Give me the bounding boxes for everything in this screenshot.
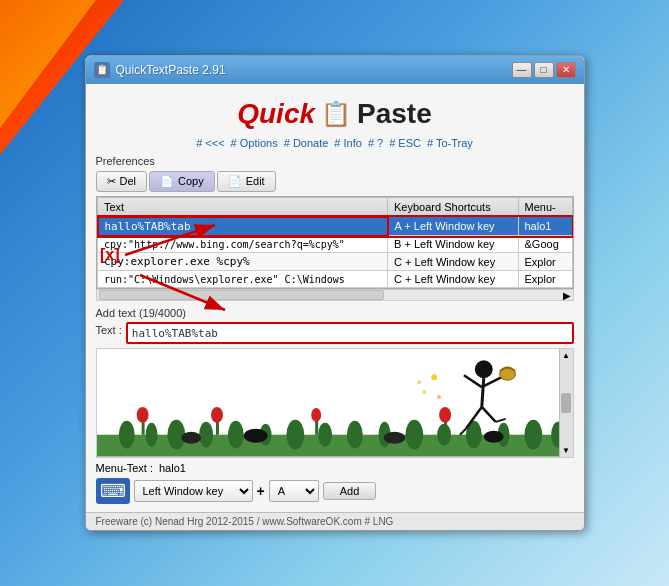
- edit-icon: 📄: [228, 175, 242, 188]
- vertical-scrollbar[interactable]: ▲ ▼: [559, 349, 573, 457]
- row-text: hallo%TAB%tab: [98, 217, 388, 236]
- col-header-text: Text: [98, 197, 388, 217]
- svg-point-28: [483, 431, 503, 443]
- maximize-button[interactable]: □: [534, 62, 554, 78]
- key-dropdown[interactable]: A B C D: [269, 480, 319, 502]
- menu-text-label: Menu-Text :: [96, 462, 153, 474]
- svg-line-30: [481, 378, 483, 407]
- edit-button[interactable]: 📄 Edit: [217, 171, 276, 192]
- svg-point-9: [346, 421, 362, 449]
- svg-point-18: [136, 407, 148, 423]
- svg-line-31: [463, 375, 481, 387]
- menu-text-value: halo1: [159, 462, 186, 474]
- col-header-menu: Menu-: [518, 197, 572, 217]
- svg-point-22: [311, 408, 321, 422]
- toolbar: ✂ Del 📄 Copy 📄 Edit: [96, 171, 574, 192]
- row-text: run:"C:\Windows\explorer.exe" C:\Windows: [98, 271, 388, 288]
- title-buttons: — □ ✕: [512, 62, 576, 78]
- main-window: 📋 QuickTextPaste 2.91 — □ ✕ Quick 📋 Past…: [85, 55, 585, 532]
- text-label: Text :: [96, 322, 122, 336]
- horizontal-scrollbar[interactable]: ▶: [96, 289, 574, 301]
- illustration-svg: [97, 348, 573, 457]
- preferences-label: Preferences: [96, 155, 574, 167]
- logo-area: Quick 📋 Paste: [96, 92, 574, 134]
- minimize-button[interactable]: —: [512, 62, 532, 78]
- nav-tray[interactable]: # To-Tray: [427, 137, 473, 149]
- svg-point-27: [383, 432, 405, 444]
- table-row[interactable]: cpy:"http://www.bing.com/search?q=%cpy%"…: [98, 236, 573, 253]
- table-row[interactable]: hallo%TAB%tab A + Left Window key halo1: [98, 217, 573, 236]
- row-menu: Explor: [518, 271, 572, 288]
- nav-info[interactable]: # Info: [334, 137, 362, 149]
- svg-point-29: [474, 361, 492, 379]
- svg-point-7: [286, 420, 304, 450]
- plus-sign: +: [257, 483, 265, 499]
- row-shortcut: A + Left Window key: [388, 217, 518, 236]
- svg-point-1: [118, 421, 134, 449]
- title-bar: 📋 QuickTextPaste 2.91 — □ ✕: [86, 56, 584, 84]
- data-table: Text Keyboard Shortcuts Menu- hallo%TAB%…: [97, 197, 573, 289]
- svg-point-26: [243, 429, 267, 443]
- data-table-wrapper: Text Keyboard Shortcuts Menu- hallo%TAB%…: [96, 196, 574, 290]
- title-bar-left: 📋 QuickTextPaste 2.91: [94, 62, 226, 78]
- row-menu: halo1: [518, 217, 572, 236]
- window-body: Quick 📋 Paste # <<< # Options # Donate #…: [86, 84, 584, 513]
- status-bar: Freeware (c) Nenad Hrg 2012-2015 / www.S…: [86, 512, 584, 530]
- nav-links: # <<< # Options # Donate # Info # ? # ES…: [96, 134, 574, 155]
- svg-point-41: [417, 380, 421, 384]
- svg-point-38: [431, 374, 437, 380]
- svg-point-20: [211, 407, 223, 423]
- logo-icon: 📋: [321, 100, 351, 128]
- svg-line-36: [481, 407, 495, 422]
- nav-esc[interactable]: # ESC: [389, 137, 421, 149]
- svg-line-37: [495, 419, 505, 422]
- app-icon: 📋: [94, 62, 110, 78]
- row-shortcut: C + Left Window key: [388, 253, 518, 271]
- copy-button[interactable]: 📄 Copy: [149, 171, 215, 192]
- close-button[interactable]: ✕: [556, 62, 576, 78]
- svg-point-39: [422, 390, 426, 394]
- svg-point-3: [167, 420, 185, 450]
- nav-options[interactable]: # Options: [231, 137, 278, 149]
- svg-point-8: [318, 423, 332, 447]
- scissors-icon: ✂: [107, 175, 116, 188]
- svg-point-4: [199, 422, 213, 448]
- svg-line-35: [459, 429, 465, 435]
- svg-point-12: [437, 424, 451, 446]
- row-menu: &Goog: [518, 236, 572, 253]
- add-text-section: Add text (19/4000) Text : hallo%TAB%tab: [96, 307, 574, 344]
- copy-icon: 📄: [160, 175, 174, 188]
- svg-point-5: [227, 421, 243, 449]
- svg-point-11: [405, 420, 423, 450]
- row-shortcut: B + Left Window key: [388, 236, 518, 253]
- window-key-dropdown[interactable]: Left Window key Right Window key Left Al…: [134, 480, 253, 502]
- row-text: cpy:"http://www.bing.com/search?q=%cpy%": [98, 236, 388, 253]
- add-text-header: Add text (19/4000): [96, 307, 574, 319]
- illustration-area: ▲ ▼: [96, 348, 574, 458]
- nav-donate[interactable]: # Donate: [284, 137, 329, 149]
- logo-paste: Paste: [357, 98, 432, 130]
- nav-back[interactable]: # <<<: [196, 137, 224, 149]
- row-menu: Explor: [518, 253, 572, 271]
- add-text-body: Text : hallo%TAB%tab: [96, 322, 574, 344]
- menu-text-row: Menu-Text : halo1: [96, 462, 574, 474]
- text-input[interactable]: hallo%TAB%tab: [126, 322, 574, 344]
- logo-quick: Quick: [237, 98, 315, 130]
- keyboard-icon: ⌨: [96, 478, 130, 504]
- svg-point-40: [437, 395, 441, 399]
- table-row[interactable]: cpy:explorer.exe %cpy% C + Left Window k…: [98, 253, 573, 271]
- keyboard-row: ⌨ Left Window key Right Window key Left …: [96, 478, 574, 504]
- row-text: cpy:explorer.exe %cpy%: [98, 253, 388, 271]
- nav-help[interactable]: # ?: [368, 137, 383, 149]
- table-row[interactable]: run:"C:\Windows\explorer.exe" C:\Windows…: [98, 271, 573, 288]
- svg-point-15: [524, 420, 542, 450]
- svg-point-25: [181, 432, 201, 444]
- row-shortcut: C + Left Window key: [388, 271, 518, 288]
- svg-point-2: [145, 423, 157, 447]
- window-title: QuickTextPaste 2.91: [116, 63, 226, 77]
- add-shortcut-button[interactable]: Add: [323, 482, 377, 500]
- col-header-shortcuts: Keyboard Shortcuts: [388, 197, 518, 217]
- del-button[interactable]: ✂ Del: [96, 171, 148, 192]
- svg-point-24: [439, 407, 451, 423]
